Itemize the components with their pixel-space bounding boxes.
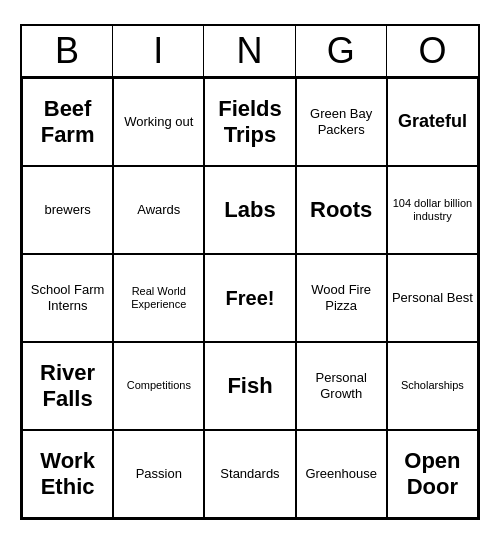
- cell-r4-c2: Standards: [204, 430, 295, 518]
- cell-r1-c4: 104 dollar billion industry: [387, 166, 478, 254]
- cell-r2-c0: School Farm Interns: [22, 254, 113, 342]
- cell-r4-c1: Passion: [113, 430, 204, 518]
- cell-r2-c2: Free!: [204, 254, 295, 342]
- bingo-header: BINGO: [22, 26, 478, 78]
- cell-r0-c4: Grateful: [387, 78, 478, 166]
- header-letter-i: I: [113, 26, 204, 76]
- cell-r4-c3: Greenhouse: [296, 430, 387, 518]
- bingo-card: BINGO Beef FarmWorking outFields TripsGr…: [20, 24, 480, 520]
- cell-r0-c0: Beef Farm: [22, 78, 113, 166]
- cell-r3-c0: River Falls: [22, 342, 113, 430]
- bingo-grid: Beef FarmWorking outFields TripsGreen Ba…: [22, 78, 478, 518]
- cell-r3-c4: Scholarships: [387, 342, 478, 430]
- header-letter-b: B: [22, 26, 113, 76]
- cell-r1-c2: Labs: [204, 166, 295, 254]
- cell-r4-c4: Open Door: [387, 430, 478, 518]
- cell-r3-c3: Personal Growth: [296, 342, 387, 430]
- cell-r3-c1: Competitions: [113, 342, 204, 430]
- cell-r0-c2: Fields Trips: [204, 78, 295, 166]
- header-letter-g: G: [296, 26, 387, 76]
- cell-r1-c1: Awards: [113, 166, 204, 254]
- header-letter-n: N: [204, 26, 295, 76]
- cell-r1-c0: brewers: [22, 166, 113, 254]
- cell-r1-c3: Roots: [296, 166, 387, 254]
- cell-r3-c2: Fish: [204, 342, 295, 430]
- cell-r4-c0: Work Ethic: [22, 430, 113, 518]
- cell-r0-c1: Working out: [113, 78, 204, 166]
- header-letter-o: O: [387, 26, 478, 76]
- cell-r0-c3: Green Bay Packers: [296, 78, 387, 166]
- cell-r2-c3: Wood Fire Pizza: [296, 254, 387, 342]
- cell-r2-c4: Personal Best: [387, 254, 478, 342]
- cell-r2-c1: Real World Experience: [113, 254, 204, 342]
